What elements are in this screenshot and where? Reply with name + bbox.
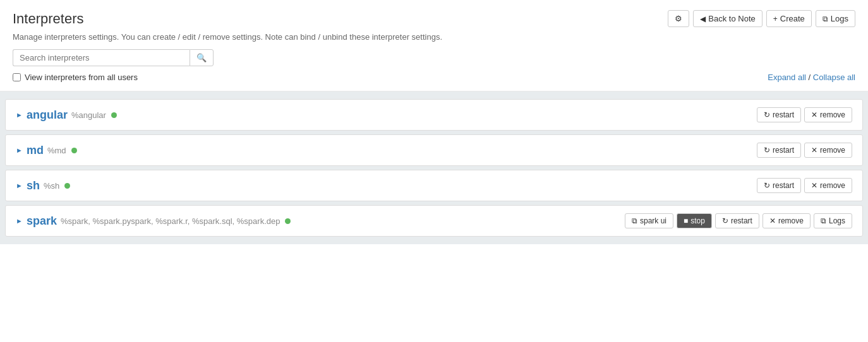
remove-button-sh[interactable]: ✕ remove [804,178,852,193]
plus-icon: + [773,15,778,23]
interpreter-name-sh[interactable]: sh [27,179,40,192]
interpreter-row-sh: ► sh %sh ↻ restart ✕ remove [6,170,862,201]
interpreter-left-sh: ► sh %sh [16,179,70,192]
interpreter-row-md: ► md %md ↻ restart ✕ remove [6,135,862,165]
interpreter-name-spark[interactable]: spark [27,215,57,228]
external-link-icon: ⧉ [823,15,828,23]
interpreter-row-spark: ► spark %spark, %spark.pyspark, %spark.r… [6,206,862,236]
interpreters-list: ► angular %angular ↻ restart ✕ remove ► [0,91,868,244]
remove-icon-md: ✕ [811,146,817,155]
subtitle: Manage interpreters settings. You can cr… [13,32,855,42]
restart-button-angular[interactable]: ↻ restart [757,107,801,122]
status-dot-md [71,148,77,153]
logs-button-spark[interactable]: ⧉ Logs [814,213,852,228]
chevron-right-icon-spark[interactable]: ► [16,217,23,225]
settings-button[interactable]: ⚙ [668,10,689,27]
view-all-users-label[interactable]: View interpreters from all users [13,73,138,82]
search-icon: 🔍 [196,53,207,62]
back-icon: ◀ [700,15,706,23]
chevron-right-icon-sh[interactable]: ► [16,182,23,189]
remove-icon-spark: ✕ [769,216,776,225]
restart-icon-spark: ↻ [722,216,728,225]
interpreter-alias-spark: %spark, %spark.pyspark, %spark.r, %spark… [61,216,280,226]
interpreter-name-angular[interactable]: angular [27,109,68,122]
remove-icon-angular: ✕ [811,110,817,119]
remove-button-spark[interactable]: ✕ remove [763,213,811,228]
back-to-note-button[interactable]: ◀ Back to Note [693,10,762,27]
gear-icon: ⚙ [675,14,682,23]
interpreter-actions-md: ↻ restart ✕ remove [757,143,852,158]
page-title: Interpreters [13,11,84,27]
create-button[interactable]: + Create [766,10,812,27]
restart-icon-md: ↻ [764,146,770,155]
interpreter-item-sh: ► sh %sh ↻ restart ✕ remove [5,170,863,201]
search-row: 🔍 [13,49,855,66]
interpreter-item-md: ► md %md ↻ restart ✕ remove [5,134,863,166]
header-section: Interpreters ⚙ ◀ Back to Note + Create ⧉… [0,0,868,91]
interpreter-row-angular: ► angular %angular ↻ restart ✕ remove [6,100,862,130]
collapse-all-link[interactable]: Collapse all [813,73,855,82]
interpreter-alias-sh: %sh [44,181,59,191]
interpreter-alias-md: %md [47,146,66,155]
interpreter-item-spark: ► spark %spark, %spark.pyspark, %spark.r… [5,205,863,237]
status-dot-spark [285,218,291,224]
chevron-right-icon-angular[interactable]: ► [16,111,23,119]
search-button[interactable]: 🔍 [190,49,214,66]
status-dot-sh [64,183,70,189]
interpreter-actions-spark: ⧉ spark ui ■ stop ↻ restart ✕ remove ⧉ [625,213,852,228]
header-buttons: ⚙ ◀ Back to Note + Create ⧉ Logs [668,10,855,27]
interpreter-name-md[interactable]: md [27,144,44,157]
interpreter-left-angular: ► angular %angular [16,109,117,122]
logs-icon-spark: ⧉ [821,216,826,225]
remove-button-angular[interactable]: ✕ remove [804,107,852,122]
interpreter-left-md: ► md %md [16,144,77,157]
interpreter-item-angular: ► angular %angular ↻ restart ✕ remove [5,99,863,131]
interpreter-left-spark: ► spark %spark, %spark.pyspark, %spark.r… [16,215,291,228]
interpreter-actions-angular: ↻ restart ✕ remove [757,107,852,122]
stop-button-spark[interactable]: ■ stop [677,213,712,228]
header-top: Interpreters ⚙ ◀ Back to Note + Create ⧉… [13,10,855,27]
chevron-right-icon-md[interactable]: ► [16,146,23,154]
restart-button-spark[interactable]: ↻ restart [715,213,759,228]
remove-button-md[interactable]: ✕ remove [804,143,852,158]
status-dot-angular [111,112,117,118]
external-link-icon-spark: ⧉ [632,216,637,225]
stop-icon-spark: ■ [684,216,688,225]
restart-icon-angular: ↻ [764,110,770,119]
search-input[interactable] [13,49,190,66]
expand-collapse: Expand all / Collapse all [768,73,855,82]
restart-button-sh[interactable]: ↻ restart [757,178,801,193]
logs-button[interactable]: ⧉ Logs [816,10,855,27]
interpreter-alias-angular: %angular [71,110,106,120]
view-all-users-checkbox[interactable] [13,73,21,81]
expand-all-link[interactable]: Expand all [768,73,806,82]
spark-ui-button[interactable]: ⧉ spark ui [625,213,673,228]
interpreter-actions-sh: ↻ restart ✕ remove [757,178,852,193]
remove-icon-sh: ✕ [811,181,817,190]
view-all-row: View interpreters from all users Expand … [13,73,855,85]
divider: / [806,73,813,82]
restart-icon-sh: ↻ [764,181,770,190]
restart-button-md[interactable]: ↻ restart [757,143,801,158]
